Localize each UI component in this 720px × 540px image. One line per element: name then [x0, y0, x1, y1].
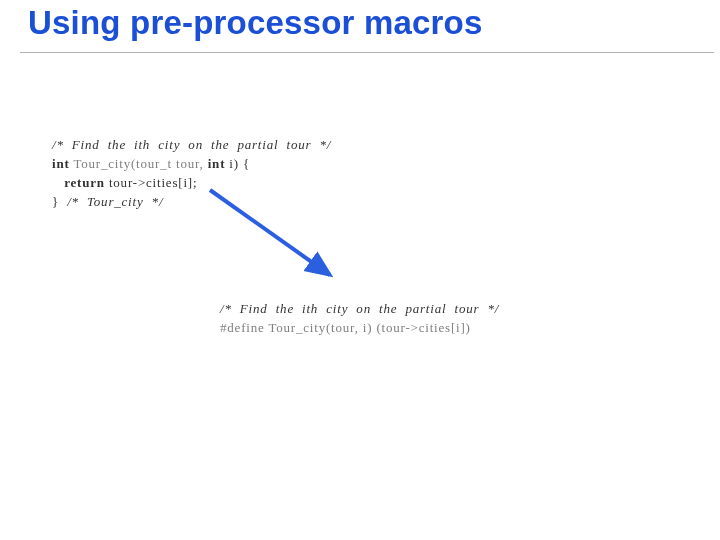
code-text: } [52, 194, 67, 209]
slide: Using pre-processor macros /* Find the i… [0, 0, 720, 540]
code-text: i) { [225, 156, 250, 171]
code-block-macro: /* Find the ith city on the partial tour… [220, 280, 499, 337]
slide-title: Using pre-processor macros [28, 4, 483, 42]
code-text: #define Tour_city(tour, i) (tour->cities… [220, 320, 471, 335]
code-kw-return: return [64, 175, 105, 190]
title-underline [20, 52, 714, 53]
code-text: tour->cities[i]; [105, 175, 198, 190]
code-kw-int: int [208, 156, 226, 171]
code-block-function: /* Find the ith city on the partial tour… [52, 116, 331, 211]
code-text: Tour_city(tour_t tour, [70, 156, 208, 171]
code-comment: /* Find the ith city on the partial tour… [220, 301, 499, 316]
code-kw-int: int [52, 156, 70, 171]
code-comment: /* Find the ith city on the partial tour… [52, 137, 331, 152]
code-comment: /* Tour_city */ [67, 194, 163, 209]
